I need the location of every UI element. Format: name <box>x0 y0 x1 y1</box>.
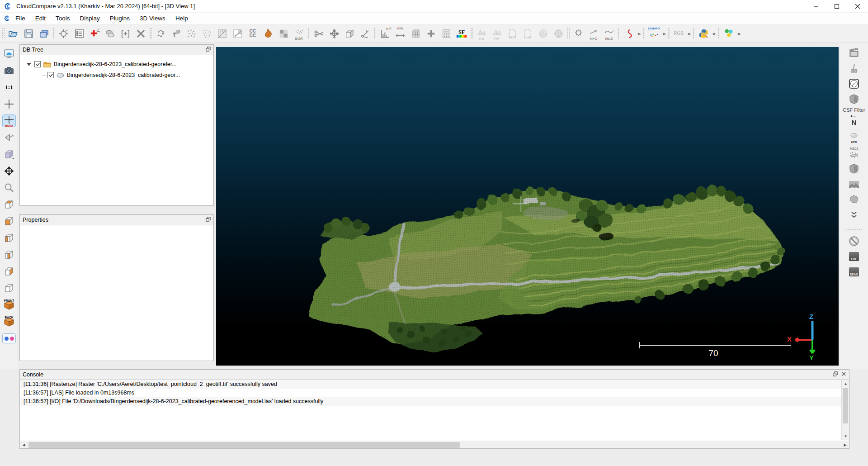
vertical-scroll-thumb[interactable] <box>843 388 848 423</box>
toolbar-overflow-chevron[interactable]: » <box>686 30 691 37</box>
python-plugin-button[interactable] <box>696 26 712 41</box>
menu-display[interactable]: Display <box>75 13 105 24</box>
m3c2-plugin-button[interactable]: M3C2 <box>847 147 861 159</box>
no-shader-button[interactable] <box>847 235 861 247</box>
delete-button[interactable] <box>133 26 148 41</box>
view-left-button[interactable] <box>3 232 15 244</box>
toolbar-overflow-chevron[interactable]: » <box>661 30 666 37</box>
scroll-right-arrow[interactable]: ▶ <box>841 441 849 449</box>
properties-body[interactable] <box>19 225 214 361</box>
cross-section-box-button[interactable] <box>342 26 357 41</box>
menu-help[interactable]: Help <box>170 13 193 24</box>
fractal-plugin-button[interactable] <box>571 26 586 41</box>
save-button[interactable] <box>21 26 36 41</box>
scroll-up-arrow[interactable]: ▲ <box>842 380 849 387</box>
console-log-line[interactable]: [11:31:36] [Rasterize] Raster 'C:/Users/… <box>20 380 849 389</box>
subsample-button[interactable] <box>184 26 199 41</box>
edl-shader-button[interactable]: EDL <box>847 251 861 262</box>
view-right-button[interactable] <box>3 249 15 261</box>
colorimetric-plugin-button[interactable] <box>847 163 861 174</box>
iso-view-cube-button[interactable] <box>3 148 15 160</box>
min-max-range-button[interactable]: min <box>392 26 408 41</box>
maximize-button[interactable] <box>826 0 847 13</box>
normals-plugin-button[interactable]: N <box>847 117 861 128</box>
compute-grid-button[interactable] <box>439 26 454 41</box>
more-plugins-chevron[interactable] <box>847 209 861 220</box>
rgb-plugin-button[interactable]: RGB <box>671 26 686 41</box>
menu-tools[interactable]: Tools <box>51 13 75 24</box>
view-back-button[interactable] <box>3 282 15 294</box>
merge-plus-button[interactable] <box>423 26 439 41</box>
properties-list-button[interactable] <box>71 26 87 41</box>
pick-center-crosshair-button[interactable] <box>3 98 15 110</box>
clone-windows-button[interactable] <box>36 26 52 41</box>
console-log-line[interactable]: [11:36:57] [I/O] File 'D:/Downloads/Bing… <box>20 397 849 406</box>
toolbar-overflow-chevron[interactable]: » <box>736 30 741 37</box>
iso-back-view-button[interactable]: BACK <box>3 316 15 328</box>
poisson-recon-plugin-button[interactable] <box>847 194 861 205</box>
statistical-test-button[interactable] <box>408 26 423 41</box>
hpr-plugin-button[interactable]: HPR <box>847 132 861 143</box>
view-bottom-button[interactable] <box>3 215 15 227</box>
normals-curvature-plugin-button[interactable]: N+C <box>586 26 601 41</box>
compass-plugin-button[interactable] <box>847 78 861 89</box>
tree-item-cloud[interactable]: — Bingerdensedijk-28-6-2023_calibrated-g… <box>20 70 213 81</box>
menu-plugins[interactable]: Plugins <box>105 13 135 24</box>
float-panel-icon[interactable] <box>206 217 211 223</box>
translate-rotate-button[interactable] <box>326 26 342 41</box>
masc-plugin-button[interactable] <box>721 26 736 41</box>
scroll-down-arrow[interactable]: ▼ <box>842 433 849 440</box>
rotate-view-button[interactable] <box>3 132 15 143</box>
tree-item-label[interactable]: Bingerdensedijk-28-6-2023_calibrated-geo… <box>54 61 177 67</box>
tree-checkbox[interactable] <box>34 61 41 67</box>
spline-plugin-button[interactable] <box>621 26 637 41</box>
console-header[interactable]: Console <box>19 369 849 380</box>
menu-3d-views[interactable]: 3D Views <box>135 13 170 24</box>
clone-cloud-button[interactable] <box>102 26 118 41</box>
extract-sections-button[interactable] <box>357 26 373 41</box>
menu-edit[interactable]: Edit <box>30 13 51 24</box>
auto-pick-center-button[interactable]: auto <box>3 115 15 127</box>
histogram-button[interactable]: μ,σ <box>377 26 392 41</box>
close-button[interactable] <box>847 0 868 13</box>
fm-mesh-button[interactable]: FM <box>489 26 505 41</box>
pick-rotation-center-button[interactable] <box>56 26 71 41</box>
point-list-picking-button[interactable] <box>87 26 102 41</box>
float-panel-icon[interactable] <box>833 371 838 378</box>
tree-item-folder[interactable]: Bingerdensedijk-28-6-2023_calibrated-geo… <box>20 59 213 70</box>
ssao-shader-button[interactable]: SSAO <box>847 266 861 277</box>
icp-registration-button[interactable] <box>153 26 168 41</box>
cloud-cloud-distance-button[interactable]: CCCC <box>245 26 260 41</box>
float-panel-icon[interactable] <box>206 47 211 53</box>
zoom-1-1-button[interactable]: 1:1 <box>3 81 15 93</box>
pan-view-button[interactable] <box>3 165 15 177</box>
scalar-field-tools-button[interactable]: SF <box>454 26 469 41</box>
stereo-mode-button[interactable] <box>3 333 15 344</box>
pcv-plugin-button[interactable]: PCV <box>847 178 861 190</box>
csf-filter-plugin-button[interactable] <box>847 93 861 105</box>
tree-checkbox[interactable] <box>47 72 54 78</box>
shp-export-button[interactable]: SHP <box>505 26 520 41</box>
db-tree-header[interactable]: DB Tree <box>19 44 214 55</box>
properties-header[interactable]: Properties <box>19 214 214 225</box>
globe-facets-button[interactable] <box>551 26 566 41</box>
console-vertical-scrollbar[interactable]: ▲ ▼ <box>841 380 849 440</box>
mls-plugin-button[interactable]: MLS <box>601 26 617 41</box>
apply-transformation-button[interactable] <box>118 26 133 41</box>
segment-scissors-button[interactable] <box>311 26 326 41</box>
canupo-plugin-button[interactable]: CANUPO <box>646 26 661 41</box>
sample-mesh-bunny-button[interactable] <box>260 26 276 41</box>
fullscreen-3d-button[interactable] <box>3 48 15 60</box>
minimize-button[interactable] <box>806 0 826 13</box>
align-point-pairs-button[interactable] <box>168 26 184 41</box>
animation-plugin-button[interactable] <box>847 47 861 58</box>
toolbar-overflow-chevron[interactable]: » <box>712 30 717 37</box>
noise-filter-button[interactable] <box>230 26 245 41</box>
rasterize-button[interactable] <box>214 26 230 41</box>
close-panel-icon[interactable] <box>841 371 846 378</box>
3d-viewport[interactable]: 70 X Z Y <box>216 47 839 366</box>
console-log-line[interactable]: [11:36:57] [LAS] File loaded in 0m13s968… <box>20 389 849 397</box>
checkerboard-unroll-button[interactable] <box>276 26 291 41</box>
horizontal-scroll-thumb[interactable] <box>28 442 460 448</box>
view-front-button[interactable] <box>3 266 15 277</box>
